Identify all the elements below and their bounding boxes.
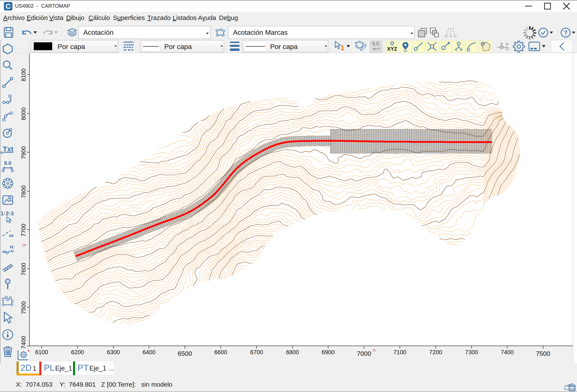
svg-text:1·2·3: 1·2·3 <box>1 211 14 217</box>
svg-text:∞: ∞ <box>2 248 7 255</box>
svg-text:Txt: Txt <box>3 145 13 153</box>
svg-text:∞: ∞ <box>9 232 13 238</box>
svg-text:8.0: 8.0 <box>4 161 11 166</box>
svg-text:XYZ: XYZ <box>387 46 397 52</box>
svg-text:?: ? <box>564 29 567 36</box>
svg-text:R: R <box>10 246 13 250</box>
